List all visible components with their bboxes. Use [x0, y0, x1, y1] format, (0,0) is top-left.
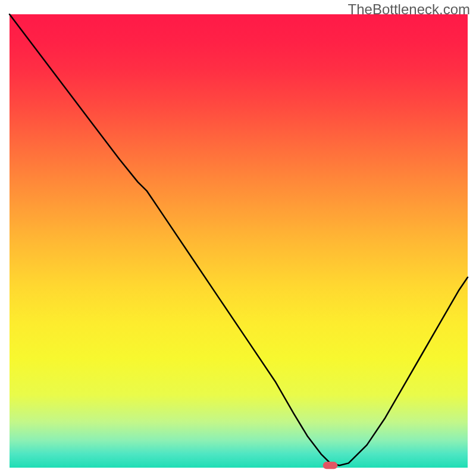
- chart-plot: [10, 14, 468, 468]
- chart-background: [10, 14, 468, 468]
- watermark-text: TheBottleneck.com: [348, 1, 470, 18]
- optimal-point-marker: [323, 462, 338, 469]
